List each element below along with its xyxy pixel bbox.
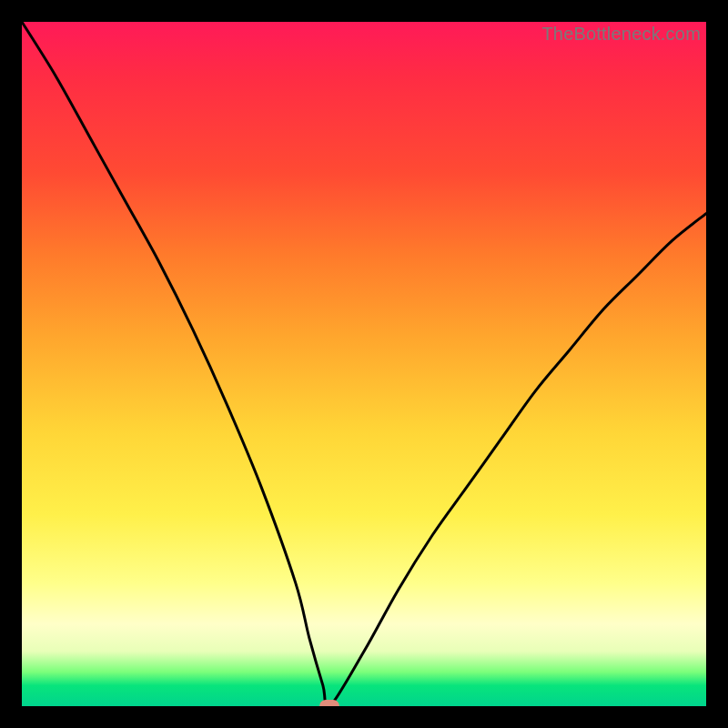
bottleneck-curve (22, 22, 706, 706)
optimum-marker (319, 700, 339, 706)
chart-frame: TheBottleneck.com (0, 0, 728, 728)
watermark-text: TheBottleneck.com (541, 24, 701, 45)
plot-area: TheBottleneck.com (22, 22, 706, 706)
curve-path (22, 22, 706, 706)
